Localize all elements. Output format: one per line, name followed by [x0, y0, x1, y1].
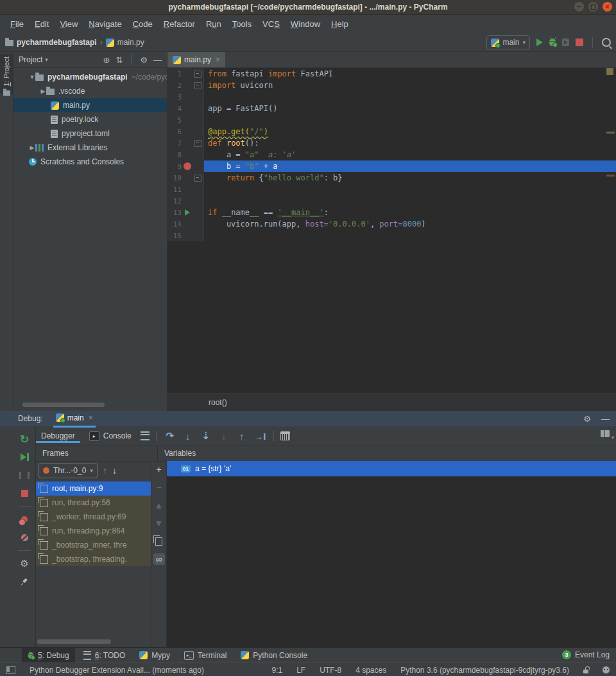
caret-position[interactable]: 9:1 — [271, 666, 282, 675]
fold-marker-icon[interactable]: − — [193, 80, 202, 91]
code-line-15[interactable]: 15 — [167, 230, 616, 241]
view-breakpoints-button[interactable] — [16, 511, 33, 528]
add-watch-button[interactable]: + — [153, 464, 165, 475]
frame-row[interactable]: run, thread.py:56 — [36, 496, 151, 510]
menu-code[interactable]: Code — [128, 17, 158, 31]
hide-panel-icon[interactable]: — — [601, 415, 610, 423]
menu-file[interactable]: File — [5, 17, 29, 31]
rerun-button[interactable]: ↻ — [16, 431, 33, 447]
toolwindow-button-mypy[interactable]: Mypy — [133, 648, 176, 663]
code-line-2[interactable]: 2−import uvicorn — [167, 80, 616, 91]
settings-button[interactable]: ⚙ — [16, 555, 33, 572]
layout-settings-icon[interactable] — [601, 430, 610, 437]
step-into-button[interactable]: ↓ — [181, 431, 195, 442]
editor-tab-main-py[interactable]: main.py × — [167, 52, 225, 67]
tree-item-pycharmdebugfastapi[interactable]: ▼pycharmdebugfastapi~/code/pycharmdebugf… — [13, 70, 167, 84]
variable-row[interactable]: 01a = {str} 'a' — [167, 461, 616, 476]
menu-help[interactable]: Help — [326, 17, 354, 31]
code-line-4[interactable]: 4app = FastAPI() — [167, 103, 616, 114]
pin-button[interactable] — [16, 573, 33, 590]
toolwindow-toggle-icon[interactable] — [6, 666, 15, 674]
gutter[interactable]: 4 — [167, 103, 204, 114]
close-icon[interactable]: × — [216, 55, 220, 64]
warning-stripe-mark[interactable] — [606, 132, 615, 134]
gutter[interactable]: 12 — [167, 195, 204, 207]
menu-edit[interactable]: Edit — [30, 17, 54, 31]
step-out-button[interactable]: ↑ — [235, 431, 249, 442]
gutter[interactable]: 9 — [167, 160, 204, 172]
stop-button[interactable] — [576, 39, 583, 46]
close-button[interactable]: × — [603, 2, 612, 12]
stripe-item-project[interactable]: 1: Project — [0, 54, 13, 94]
breakpoint-stripe-mark[interactable] — [606, 175, 615, 177]
menu-view[interactable]: View — [55, 17, 83, 31]
chevron-collapsed-icon[interactable]: ▶ — [40, 88, 46, 94]
toolwindow-button-5-debug[interactable]: 5: Debug — [22, 648, 75, 663]
code-line-13[interactable]: 13if __name__ == '__main__': — [167, 207, 616, 218]
run-line-icon[interactable] — [182, 207, 193, 218]
code-line-1[interactable]: 1−from fastapi import FastAPI — [167, 68, 616, 80]
event-log-button[interactable]: 3 Event Log — [562, 647, 610, 662]
menu-window[interactable]: Window — [286, 17, 325, 31]
inspection-indicator[interactable] — [606, 68, 613, 75]
tree-item--vscode[interactable]: ▶.vscode — [13, 84, 167, 98]
gutter[interactable]: 6 — [167, 126, 204, 137]
code-line-11[interactable]: 11 — [167, 184, 616, 195]
frame-row[interactable]: _bootstrap, threading. — [36, 552, 151, 566]
gear-icon[interactable]: ⚙ — [140, 56, 148, 64]
debug-button[interactable] — [549, 39, 556, 46]
frame-row[interactable]: root, main.py:9 — [36, 481, 151, 496]
fold-marker-icon[interactable]: − — [193, 68, 202, 80]
gutter[interactable]: 15 — [167, 230, 204, 241]
gear-icon[interactable]: ⚙ — [583, 415, 591, 423]
breadcrumb-method[interactable]: root() — [209, 398, 227, 407]
status-message[interactable]: Python Debugger Extension Avail... (mome… — [30, 666, 204, 675]
code-line-6[interactable]: 6@app.get("/") — [167, 126, 616, 137]
show-return-values-button[interactable]: ∞ — [153, 553, 165, 565]
fold-marker-icon[interactable]: − — [193, 137, 202, 149]
tree-item-poetry-lock[interactable]: poetry.lock — [13, 112, 167, 126]
code-line-7[interactable]: 7−def root(): — [167, 137, 616, 149]
toolwindow-button-terminal[interactable]: ▸_Terminal — [178, 648, 232, 663]
fold-marker-icon[interactable]: − — [193, 172, 202, 184]
hide-panel-icon[interactable]: — — [153, 56, 162, 64]
breadcrumb-item-main.py[interactable]: main.py — [117, 38, 144, 47]
collapse-all-icon[interactable]: ⇅ — [116, 56, 123, 64]
close-icon[interactable]: × — [89, 413, 93, 422]
gutter[interactable]: 8 — [167, 149, 204, 160]
gutter[interactable]: 5 — [167, 114, 204, 126]
menu-run[interactable]: Run — [201, 17, 227, 31]
step-over-button[interactable]: ↷ — [163, 430, 177, 442]
code-line-8[interactable]: 8 a = "a" a: 'a' — [167, 149, 616, 160]
code-line-10[interactable]: 10− return {"hello world": b} — [167, 172, 616, 184]
frame-row[interactable]: _bootstrap_inner, thre — [36, 538, 151, 552]
stop-button[interactable] — [16, 485, 33, 501]
code-line-5[interactable]: 5 — [167, 114, 616, 126]
chevron-expanded-icon[interactable]: ▼ — [29, 74, 35, 80]
gutter[interactable]: 13 — [167, 207, 204, 218]
search-icon[interactable] — [602, 38, 611, 47]
tree-item-external-libraries[interactable]: ▶External Libraries — [13, 141, 167, 155]
chevron-down-icon[interactable]: ▾ — [45, 56, 48, 63]
line-ending[interactable]: LF — [296, 666, 305, 675]
code-area[interactable]: 1−from fastapi import FastAPI2−import uv… — [167, 68, 616, 241]
gutter[interactable]: 14 — [167, 218, 204, 230]
code-line-14[interactable]: 14 uvicorn.run(app, host='0.0.0.0', port… — [167, 218, 616, 230]
indent-setting[interactable]: 4 spaces — [355, 666, 386, 675]
toolwindow-button-python-console[interactable]: Python Console — [235, 648, 313, 663]
breakpoint-icon[interactable] — [182, 160, 193, 172]
project-panel-title[interactable]: Project — [19, 55, 42, 64]
breadcrumb-item-pycharmdebugfastapi[interactable]: pycharmdebugfastapi — [17, 38, 97, 47]
gutter[interactable]: 1− — [167, 68, 204, 80]
tree-item-scratches-and-consoles[interactable]: Scratches and Consoles — [13, 155, 167, 169]
menu-tools[interactable]: Tools — [227, 17, 257, 31]
tab-console[interactable]: ▸Console — [84, 429, 137, 444]
frame-row[interactable]: run, threading.py:864 — [36, 524, 151, 538]
locate-icon[interactable]: ⊕ — [103, 56, 110, 64]
duplicate-button[interactable] — [153, 535, 165, 547]
lock-icon[interactable] — [583, 670, 588, 673]
file-encoding[interactable]: UTF-8 — [320, 666, 341, 675]
minimize-button[interactable]: − — [574, 2, 584, 12]
frame-up-icon[interactable]: ↑ — [103, 465, 107, 476]
tree-item-pyproject-toml[interactable]: pyproject.toml — [13, 126, 167, 141]
